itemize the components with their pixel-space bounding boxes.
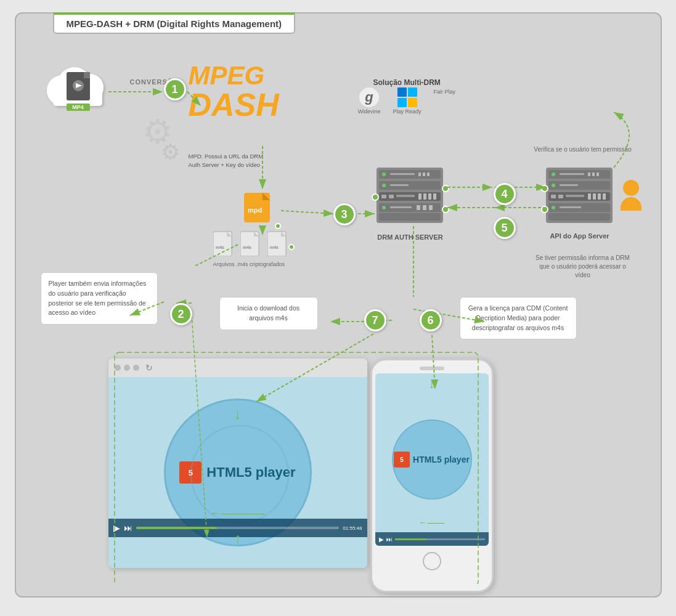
svg-text:m4s: m4s: [216, 245, 224, 249]
svg-rect-25: [418, 172, 421, 176]
api-left-top-dot: [541, 185, 548, 192]
next-button[interactable]: ⏭: [124, 523, 132, 533]
phone-screen: 5 HTML5 player ↓ ←—— ▶ ⏭: [375, 373, 489, 546]
svg-rect-51: [592, 172, 595, 176]
svg-point-48: [552, 172, 555, 176]
phone-controls: ▶ ⏭: [375, 532, 489, 546]
license-info-box: Gera a licença para CDM (Content Decript…: [460, 297, 577, 339]
svg-rect-27: [427, 172, 430, 176]
phone-next-btn[interactable]: ⏭: [386, 536, 393, 543]
svg-rect-50: [588, 172, 590, 176]
api-server-svg: [546, 168, 614, 226]
cloud-mp4-area: MP4: [41, 63, 121, 118]
svg-point-54: [552, 184, 555, 187]
phone-play-btn[interactable]: ▶: [379, 536, 384, 543]
svg-rect-49: [560, 173, 584, 175]
drm-server-svg: [377, 168, 444, 226]
svg-text:mpd: mpd: [248, 206, 262, 214]
m4s-file-1: m4s: [213, 229, 235, 259]
person-icon: [621, 180, 641, 211]
up-arrow-player: ↑: [235, 530, 242, 546]
phone-down-arrow: ↓: [429, 378, 434, 391]
html5-player-mobile-text: HTML5 player: [413, 455, 470, 464]
gear-small-icon: ⚙: [161, 140, 180, 164]
step-6-circle: 6: [420, 309, 442, 331]
svg-rect-42: [417, 205, 420, 210]
playready-icon-group: Play Ready: [393, 87, 421, 115]
mpd-file-icon: mpd: [244, 189, 274, 222]
html5-badge-mobile: 5: [394, 452, 410, 468]
api-server-label: API do App Server: [546, 232, 614, 240]
phone-progress-fill: [395, 538, 426, 540]
m4s-connector-dot: [288, 244, 295, 250]
svg-point-23: [382, 172, 386, 176]
mpd-description: MPD: Possui a URL da DRM Auth Server + K…: [189, 152, 264, 170]
svg-rect-66: [560, 206, 581, 208]
svg-rect-57: [551, 195, 556, 198]
drm-server-label: DRM AUTH SERVER: [377, 233, 444, 241]
diagram-area: MP4 CONVERSÃO 1 MPEG DASH MPD: Possui a …: [28, 32, 648, 584]
play-button[interactable]: ▶: [113, 523, 120, 533]
step-7-circle: 7: [364, 309, 386, 331]
drm-auth-server: DRM AUTH SERVER: [377, 168, 444, 241]
step-1-circle: 1: [164, 78, 186, 100]
svg-text:m4s: m4s: [243, 245, 251, 249]
step-4-circle: 4: [494, 183, 516, 205]
svg-rect-32: [381, 195, 386, 198]
svg-point-29: [382, 184, 386, 187]
svg-rect-63: [603, 193, 606, 200]
mpeg-text: MPEG: [189, 63, 279, 89]
browser-titlebar: ↻: [108, 359, 367, 377]
browser-window: ↻ 5 HTML5 player ↓ ←————: [108, 359, 367, 568]
api-left-bottom-dot: [541, 206, 548, 213]
widevine-label: Widevine: [358, 108, 381, 115]
svg-rect-24: [390, 173, 415, 175]
dash-text: DASH: [189, 89, 279, 121]
person-head: [623, 180, 639, 196]
svg-rect-35: [418, 193, 421, 200]
svg-rect-44: [429, 205, 433, 210]
down-arrow-circle: ↓: [234, 407, 241, 423]
phone-home-button[interactable]: [423, 552, 441, 570]
phone-progress: [395, 538, 485, 540]
m4s-file-3: m4s: [267, 229, 290, 259]
drm-right-bottom-dot: [442, 206, 449, 213]
multi-drm-label: Solução Multi-DRM: [373, 78, 441, 87]
mpeg-dash-title: MPEG DASH: [189, 63, 279, 121]
widevine-icon-group: g Widevine: [358, 87, 381, 115]
google-g-icon: g: [359, 87, 379, 107]
svg-rect-6: [84, 72, 90, 78]
browser-refresh-icon: ↻: [145, 363, 153, 373]
fairplay-label: Fair Play: [434, 89, 456, 95]
horiz-arrow: ←————: [210, 507, 266, 520]
svg-rect-41: [390, 206, 412, 208]
mpd-file-svg: mpd: [244, 189, 274, 222]
svg-rect-60: [588, 193, 591, 200]
fairplay-icon-group: Fair Play: [434, 87, 456, 95]
drm-right-top-dot: [442, 185, 449, 192]
svg-rect-62: [598, 193, 601, 200]
drm-left-dot: [372, 193, 379, 201]
svg-rect-33: [389, 195, 394, 198]
step-2-circle: 2: [170, 303, 192, 325]
svg-rect-36: [423, 193, 426, 200]
phone-player-circle: 5 HTML5 player ↓ ←——: [392, 419, 472, 500]
left-info-box: Player também envia informações do usuár…: [41, 272, 158, 325]
time-label: 01:55:48: [343, 525, 362, 531]
svg-rect-30: [390, 184, 409, 186]
svg-line-73: [281, 211, 333, 214]
svg-rect-28: [379, 181, 441, 190]
svg-rect-34: [396, 195, 415, 197]
main-container: MPEG-DASH + DRM (Digital Rights Manageme…: [15, 12, 662, 598]
svg-rect-38: [433, 193, 436, 200]
verifica-text: Verifica se o usuário tem permissão: [534, 146, 632, 153]
svg-rect-26: [423, 172, 425, 176]
phone-horiz-arrow: ←——: [419, 517, 445, 527]
progress-fill: [136, 527, 218, 529]
browser-dot-1: [115, 365, 121, 371]
progress-bar: [136, 527, 340, 529]
browser-dot-2: [124, 365, 130, 371]
drm-icons-row: g Widevine Play Ready Fair Play: [358, 87, 456, 115]
svg-rect-58: [558, 195, 563, 198]
play-ready-label: Play Ready: [393, 108, 421, 115]
